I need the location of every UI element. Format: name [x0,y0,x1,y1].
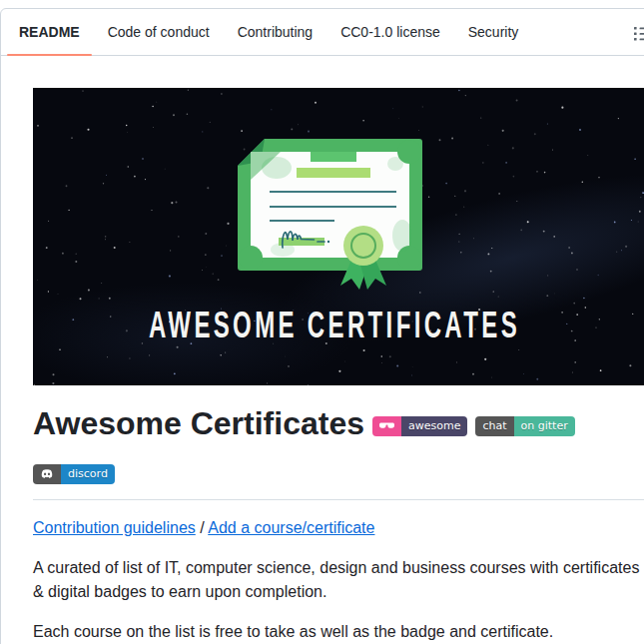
hero-paragraph: AWESOME CERTIFICATES [33,88,644,385]
link-separator: / [200,519,204,536]
badge-discord[interactable]: discord [33,464,115,484]
tab-cc0-1-0-license[interactable]: CC0-1.0 license [326,9,454,55]
badge-awesome-label: awesome [401,416,467,436]
free-course-paragraph: Each course on the list is free to take … [33,620,644,644]
page-title: Awesome Certificates awesomechaton gitte… [33,403,644,500]
hero-image-link[interactable]: AWESOME CERTIFICATES [33,88,644,385]
tab-contributing[interactable]: Contributing [224,9,327,55]
list-outline-icon [633,25,644,43]
badge-awesome[interactable]: awesome [372,416,467,436]
readme-panel: READMECode of conductContributingCC0-1.0… [0,8,644,644]
badge-gitter-left-label: chat [475,416,513,436]
tab-security[interactable]: Security [454,9,533,55]
badge-gitter[interactable]: chaton gitter [475,416,574,436]
certificate-illustration [238,139,422,290]
intro-paragraph: A curated of list of IT, computer scienc… [33,556,644,604]
add-course-link[interactable]: Add a course/certificate [208,519,374,536]
markdown-body: AWESOME CERTIFICATES Awesome Certificate… [1,56,644,644]
tab-code-of-conduct[interactable]: Code of conduct [94,9,224,55]
sunglasses-icon [379,421,394,430]
line-break [33,443,644,451]
discord-icon [40,469,54,479]
page-title-text: Awesome Certificates [33,405,364,441]
outline-button[interactable] [630,23,644,45]
badge-gitter-right-label: on gitter [514,416,575,436]
hero-caption-text: AWESOME CERTIFICATES [149,305,520,345]
badge-discord-label: discord [61,464,115,484]
readme-tab-bar: READMECode of conductContributingCC0-1.0… [1,9,644,56]
contribution-links: Contribution guidelines / Add a course/c… [33,516,644,540]
contribution-guidelines-link[interactable]: Contribution guidelines [33,519,196,536]
hero-image-awesome-certificates: AWESOME CERTIFICATES [33,88,644,385]
tab-readme[interactable]: README [5,9,94,55]
